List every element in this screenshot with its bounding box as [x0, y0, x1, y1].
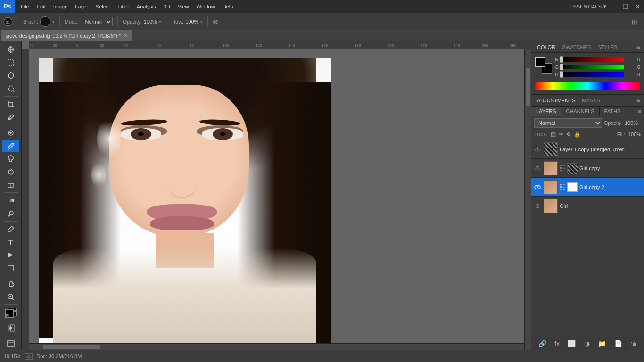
g-slider-thumb[interactable]	[560, 64, 563, 70]
vertical-scroll-thumb[interactable]	[526, 68, 530, 106]
layer-visibility-girl-copy-2[interactable]	[533, 183, 542, 191]
g-value[interactable]: 0	[626, 64, 640, 70]
shape-tool[interactable]	[2, 262, 19, 275]
hand-tool[interactable]	[2, 278, 19, 290]
path-select-tool[interactable]	[2, 249, 19, 262]
layer-visibility-copy-merged[interactable]	[533, 145, 542, 154]
brush-tool[interactable]	[2, 140, 19, 152]
move-tool[interactable]	[2, 43, 19, 56]
brush-preview[interactable]	[40, 16, 50, 27]
active-document-tab[interactable]: sieve design.psd @ 19.2% (Girl copy 2, R…	[1, 30, 132, 41]
fill-value[interactable]: 100%	[628, 132, 641, 137]
layer-visibility-girl-copy[interactable]	[533, 164, 542, 173]
new-layer-button[interactable]: 📄	[614, 340, 622, 347]
layer-row-copy-merged[interactable]: Layer 1 copy (merged) (mer...	[531, 140, 644, 159]
lock-position-icon[interactable]: ✥	[566, 131, 571, 138]
svg-rect-6	[8, 183, 14, 187]
layer-mask-girl-copy-2[interactable]	[567, 182, 578, 192]
add-mask-button[interactable]: ⬜	[568, 340, 576, 347]
vertical-scrollbar[interactable]	[524, 49, 531, 350]
menu-edit[interactable]: Edit	[33, 0, 50, 13]
b-value[interactable]: 0	[626, 72, 640, 77]
layers-tab[interactable]: LAYERS	[531, 107, 561, 116]
stamp-tool[interactable]	[2, 153, 19, 165]
essentials-button[interactable]: ESSENTIALS ▾	[570, 3, 606, 9]
menu-filter[interactable]: Filter	[114, 0, 132, 13]
close-button[interactable]: ✕	[632, 0, 644, 13]
tab-close-button[interactable]: ✕	[124, 33, 127, 38]
delete-layer-button[interactable]: 🗑	[630, 340, 637, 347]
pen-tool[interactable]	[2, 223, 19, 236]
adjustments-options-icon[interactable]: ≡	[636, 97, 640, 104]
swatches-tab[interactable]: SWATCHES	[560, 44, 593, 50]
zoom-tool[interactable]	[2, 290, 19, 303]
extra-options-icon[interactable]: ⊞	[628, 18, 641, 25]
eraser-tool[interactable]	[2, 179, 19, 191]
healing-tool[interactable]	[2, 127, 19, 140]
new-group-button[interactable]: 📁	[598, 340, 606, 347]
menu-analysis[interactable]: Analysis	[133, 0, 160, 13]
minimize-button[interactable]: ─	[607, 0, 619, 13]
fg-bg-colors[interactable]: ◩ ⇄	[2, 306, 19, 321]
airbrush-icon[interactable]: ⊛	[213, 18, 218, 25]
mode-dropdown[interactable]: Normal Multiply Screen	[81, 17, 113, 26]
fg-color-swatch[interactable]	[535, 57, 545, 67]
history-brush-tool[interactable]	[2, 165, 19, 178]
channels-tab[interactable]: CHANNELS	[561, 107, 600, 116]
link-layers-button[interactable]: 🔗	[538, 340, 546, 347]
layer-row-girl-copy[interactable]: ⛓ Girl copy	[531, 159, 644, 178]
menu-image[interactable]: Image	[50, 0, 72, 13]
flow-dropdown-arrow[interactable]: ▾	[200, 19, 203, 24]
navigator-button[interactable]	[25, 353, 33, 360]
horizontal-scroll-thumb[interactable]	[43, 345, 100, 349]
layer-mask-girl-copy[interactable]	[567, 163, 578, 173]
dodge-tool[interactable]	[2, 207, 19, 220]
lock-transparent-icon[interactable]: ▨	[551, 131, 556, 138]
horizontal-scrollbar[interactable]	[29, 343, 531, 350]
color-panel-options-icon[interactable]: ≡	[636, 43, 640, 51]
eyedropper-tool[interactable]	[2, 111, 19, 123]
r-slider-thumb[interactable]	[560, 56, 563, 63]
lock-image-icon[interactable]: ✏	[559, 131, 563, 138]
canvas-inner[interactable]	[29, 49, 531, 350]
menu-file[interactable]: File	[17, 0, 33, 13]
menu-window[interactable]: Window	[193, 0, 219, 13]
quick-select-tool[interactable]	[2, 82, 19, 95]
color-tab[interactable]: COLOR	[535, 44, 557, 50]
opacity-dropdown-arrow[interactable]: ▾	[159, 19, 161, 24]
menu-select[interactable]: Select	[92, 0, 114, 13]
lasso-tool[interactable]	[2, 69, 19, 82]
r-value[interactable]: 0	[626, 57, 640, 62]
layers-panel-options-icon[interactable]: ≡	[636, 107, 644, 116]
menu-help[interactable]: Help	[219, 0, 237, 13]
adjustments-tab[interactable]: ADJUSTMENTS	[535, 98, 577, 103]
layer-thumb-girl	[544, 199, 558, 213]
styles-tab[interactable]: STYLES	[595, 44, 619, 50]
layer-row-girl-copy-2[interactable]: ⛓ Girl copy 2	[531, 178, 644, 197]
opacity-value[interactable]: 100%	[625, 120, 641, 126]
layers-blend-mode-dropdown[interactable]: Normal Multiply Screen	[534, 118, 602, 128]
add-layer-style-button[interactable]: fx	[554, 340, 560, 347]
layer-row-girl[interactable]: Girl	[531, 197, 644, 215]
color-spectrum-bar[interactable]	[535, 82, 640, 90]
b-slider-thumb[interactable]	[560, 71, 563, 78]
default-colors-icon[interactable]: ◩	[5, 313, 9, 318]
tool-sep-2	[4, 125, 18, 125]
swap-colors-icon[interactable]: ⇄	[14, 308, 17, 313]
menu-view[interactable]: View	[174, 0, 193, 13]
lock-all-icon[interactable]: 🔒	[574, 131, 581, 138]
gradient-tool[interactable]	[2, 194, 19, 207]
layer-visibility-girl[interactable]	[533, 202, 542, 210]
menu-3d[interactable]: 3D	[160, 0, 174, 13]
paths-tab[interactable]: PATHS	[600, 107, 626, 116]
crop-tool[interactable]	[2, 98, 19, 111]
brush-dropdown-arrow[interactable]: ▾	[52, 19, 55, 24]
menu-layer[interactable]: Layer	[71, 0, 92, 13]
type-tool[interactable]: T	[2, 236, 19, 249]
quick-mask-tool[interactable]	[2, 321, 19, 334]
marquee-tool[interactable]	[2, 57, 19, 69]
masks-tab[interactable]: MASKS	[580, 98, 602, 103]
new-adjustment-button[interactable]: ◑	[584, 340, 590, 347]
screen-mode-tool[interactable]	[2, 337, 19, 350]
restore-button[interactable]: ❒	[619, 0, 632, 13]
